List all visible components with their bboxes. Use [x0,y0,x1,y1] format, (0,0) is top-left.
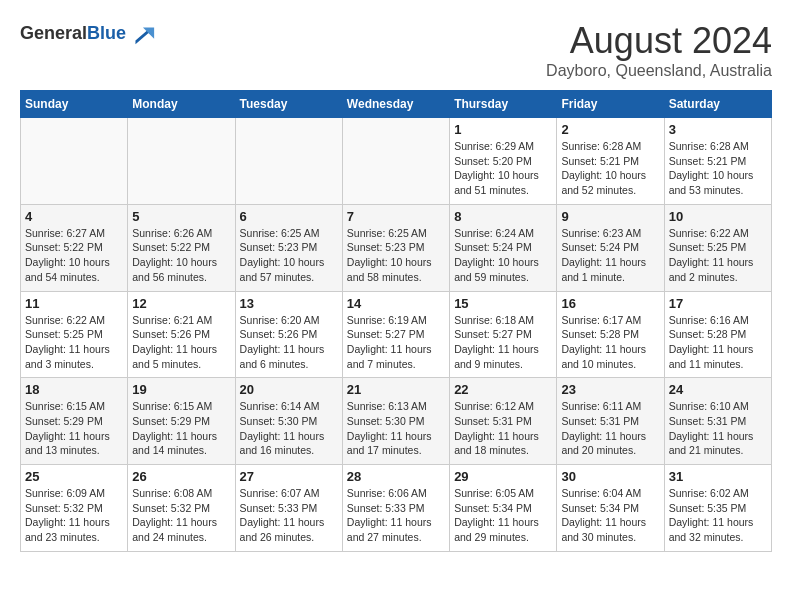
day-header: Thursday [450,91,557,118]
calendar-day-cell: 20Sunrise: 6:14 AMSunset: 5:30 PMDayligh… [235,378,342,465]
day-number: 23 [561,382,659,397]
day-info: Sunrise: 6:25 AMSunset: 5:23 PMDaylight:… [240,226,338,285]
day-number: 6 [240,209,338,224]
calendar-header: SundayMondayTuesdayWednesdayThursdayFrid… [21,91,772,118]
title-area: August 2024 Dayboro, Queensland, Austral… [546,20,772,80]
day-info: Sunrise: 6:22 AMSunset: 5:25 PMDaylight:… [25,313,123,372]
day-info: Sunrise: 6:07 AMSunset: 5:33 PMDaylight:… [240,486,338,545]
day-info: Sunrise: 6:06 AMSunset: 5:33 PMDaylight:… [347,486,445,545]
calendar-body: 1Sunrise: 6:29 AMSunset: 5:20 PMDaylight… [21,118,772,552]
day-info: Sunrise: 6:02 AMSunset: 5:35 PMDaylight:… [669,486,767,545]
day-info: Sunrise: 6:15 AMSunset: 5:29 PMDaylight:… [25,399,123,458]
calendar-day-cell: 10Sunrise: 6:22 AMSunset: 5:25 PMDayligh… [664,204,771,291]
calendar-day-cell: 14Sunrise: 6:19 AMSunset: 5:27 PMDayligh… [342,291,449,378]
calendar-table: SundayMondayTuesdayWednesdayThursdayFrid… [20,90,772,552]
calendar-day-cell: 9Sunrise: 6:23 AMSunset: 5:24 PMDaylight… [557,204,664,291]
calendar-day-cell: 11Sunrise: 6:22 AMSunset: 5:25 PMDayligh… [21,291,128,378]
day-number: 17 [669,296,767,311]
calendar-day-cell: 23Sunrise: 6:11 AMSunset: 5:31 PMDayligh… [557,378,664,465]
day-info: Sunrise: 6:21 AMSunset: 5:26 PMDaylight:… [132,313,230,372]
day-info: Sunrise: 6:20 AMSunset: 5:26 PMDaylight:… [240,313,338,372]
calendar-day-cell: 24Sunrise: 6:10 AMSunset: 5:31 PMDayligh… [664,378,771,465]
day-number: 8 [454,209,552,224]
day-info: Sunrise: 6:23 AMSunset: 5:24 PMDaylight:… [561,226,659,285]
calendar-day-cell: 2Sunrise: 6:28 AMSunset: 5:21 PMDaylight… [557,118,664,205]
calendar-day-cell [21,118,128,205]
day-info: Sunrise: 6:26 AMSunset: 5:22 PMDaylight:… [132,226,230,285]
day-number: 5 [132,209,230,224]
calendar-week-row: 1Sunrise: 6:29 AMSunset: 5:20 PMDaylight… [21,118,772,205]
day-info: Sunrise: 6:12 AMSunset: 5:31 PMDaylight:… [454,399,552,458]
calendar-week-row: 25Sunrise: 6:09 AMSunset: 5:32 PMDayligh… [21,465,772,552]
day-header: Monday [128,91,235,118]
calendar-day-cell: 30Sunrise: 6:04 AMSunset: 5:34 PMDayligh… [557,465,664,552]
calendar-day-cell: 15Sunrise: 6:18 AMSunset: 5:27 PMDayligh… [450,291,557,378]
calendar-day-cell: 4Sunrise: 6:27 AMSunset: 5:22 PMDaylight… [21,204,128,291]
day-info: Sunrise: 6:05 AMSunset: 5:34 PMDaylight:… [454,486,552,545]
day-number: 7 [347,209,445,224]
day-number: 28 [347,469,445,484]
calendar-day-cell: 26Sunrise: 6:08 AMSunset: 5:32 PMDayligh… [128,465,235,552]
day-header: Saturday [664,91,771,118]
logo-general-text: General [20,23,87,43]
calendar-week-row: 11Sunrise: 6:22 AMSunset: 5:25 PMDayligh… [21,291,772,378]
day-number: 2 [561,122,659,137]
day-number: 11 [25,296,123,311]
day-info: Sunrise: 6:27 AMSunset: 5:22 PMDaylight:… [25,226,123,285]
calendar-week-row: 18Sunrise: 6:15 AMSunset: 5:29 PMDayligh… [21,378,772,465]
day-number: 22 [454,382,552,397]
day-number: 21 [347,382,445,397]
day-number: 27 [240,469,338,484]
calendar-day-cell: 31Sunrise: 6:02 AMSunset: 5:35 PMDayligh… [664,465,771,552]
day-info: Sunrise: 6:28 AMSunset: 5:21 PMDaylight:… [669,139,767,198]
page-header: GeneralBlue August 2024 Dayboro, Queensl… [20,20,772,80]
day-info: Sunrise: 6:04 AMSunset: 5:34 PMDaylight:… [561,486,659,545]
day-info: Sunrise: 6:14 AMSunset: 5:30 PMDaylight:… [240,399,338,458]
calendar-day-cell: 12Sunrise: 6:21 AMSunset: 5:26 PMDayligh… [128,291,235,378]
day-info: Sunrise: 6:25 AMSunset: 5:23 PMDaylight:… [347,226,445,285]
day-header: Sunday [21,91,128,118]
calendar-day-cell: 21Sunrise: 6:13 AMSunset: 5:30 PMDayligh… [342,378,449,465]
day-number: 12 [132,296,230,311]
day-header: Wednesday [342,91,449,118]
day-number: 31 [669,469,767,484]
day-number: 29 [454,469,552,484]
day-info: Sunrise: 6:24 AMSunset: 5:24 PMDaylight:… [454,226,552,285]
calendar-day-cell: 27Sunrise: 6:07 AMSunset: 5:33 PMDayligh… [235,465,342,552]
calendar-day-cell: 18Sunrise: 6:15 AMSunset: 5:29 PMDayligh… [21,378,128,465]
day-number: 20 [240,382,338,397]
calendar-day-cell: 1Sunrise: 6:29 AMSunset: 5:20 PMDaylight… [450,118,557,205]
day-number: 4 [25,209,123,224]
day-info: Sunrise: 6:15 AMSunset: 5:29 PMDaylight:… [132,399,230,458]
calendar-day-cell [235,118,342,205]
day-info: Sunrise: 6:08 AMSunset: 5:32 PMDaylight:… [132,486,230,545]
day-info: Sunrise: 6:13 AMSunset: 5:30 PMDaylight:… [347,399,445,458]
calendar-day-cell: 17Sunrise: 6:16 AMSunset: 5:28 PMDayligh… [664,291,771,378]
day-number: 26 [132,469,230,484]
day-info: Sunrise: 6:11 AMSunset: 5:31 PMDaylight:… [561,399,659,458]
calendar-day-cell: 5Sunrise: 6:26 AMSunset: 5:22 PMDaylight… [128,204,235,291]
day-info: Sunrise: 6:22 AMSunset: 5:25 PMDaylight:… [669,226,767,285]
day-number: 15 [454,296,552,311]
day-info: Sunrise: 6:19 AMSunset: 5:27 PMDaylight:… [347,313,445,372]
location: Dayboro, Queensland, Australia [546,62,772,80]
month-year: August 2024 [546,20,772,62]
logo-icon [128,20,156,48]
day-info: Sunrise: 6:09 AMSunset: 5:32 PMDaylight:… [25,486,123,545]
calendar-day-cell [342,118,449,205]
day-info: Sunrise: 6:10 AMSunset: 5:31 PMDaylight:… [669,399,767,458]
day-number: 19 [132,382,230,397]
calendar-day-cell: 28Sunrise: 6:06 AMSunset: 5:33 PMDayligh… [342,465,449,552]
calendar-day-cell: 7Sunrise: 6:25 AMSunset: 5:23 PMDaylight… [342,204,449,291]
calendar-day-cell: 29Sunrise: 6:05 AMSunset: 5:34 PMDayligh… [450,465,557,552]
day-info: Sunrise: 6:29 AMSunset: 5:20 PMDaylight:… [454,139,552,198]
day-info: Sunrise: 6:28 AMSunset: 5:21 PMDaylight:… [561,139,659,198]
calendar-day-cell: 6Sunrise: 6:25 AMSunset: 5:23 PMDaylight… [235,204,342,291]
logo: GeneralBlue [20,20,156,48]
day-header: Friday [557,91,664,118]
logo-blue-text: Blue [87,23,126,43]
day-number: 18 [25,382,123,397]
calendar-week-row: 4Sunrise: 6:27 AMSunset: 5:22 PMDaylight… [21,204,772,291]
day-number: 16 [561,296,659,311]
calendar-day-cell: 19Sunrise: 6:15 AMSunset: 5:29 PMDayligh… [128,378,235,465]
